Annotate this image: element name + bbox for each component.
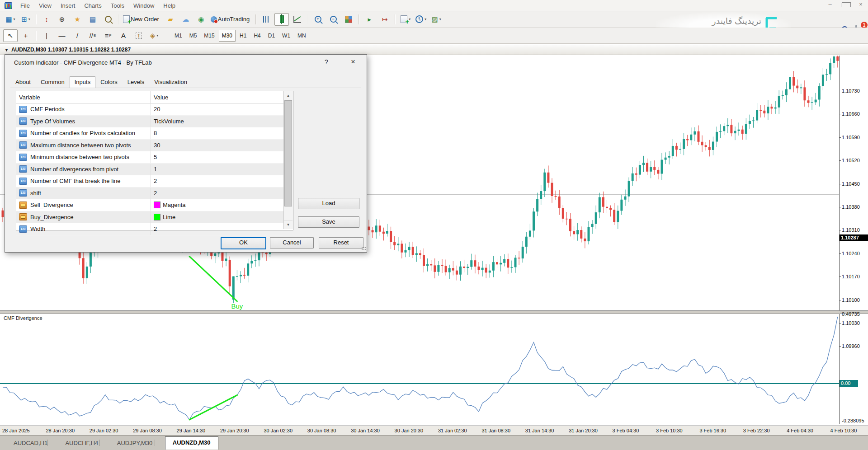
- new-chart-button[interactable]: ▦▾: [3, 13, 18, 26]
- dialog-tab-visualization[interactable]: Visualization: [149, 76, 192, 88]
- scroll-down-icon[interactable]: ▾: [284, 220, 292, 229]
- timeframe-h1[interactable]: H1: [236, 30, 250, 42]
- dialog-close-icon[interactable]: ×: [348, 57, 359, 66]
- chart-tab-audnzd-m30[interactable]: AUDNZD,M30: [165, 436, 218, 450]
- navigator-button[interactable]: ⊕: [55, 13, 69, 26]
- table-row[interactable]: 123Width2: [16, 223, 283, 235]
- line-chart-button[interactable]: [290, 13, 304, 26]
- webinar-button[interactable]: ◉: [194, 13, 208, 26]
- restore-button[interactable]: [841, 1, 850, 9]
- market-watch-button[interactable]: ↕: [39, 13, 54, 26]
- favorites-button[interactable]: ★: [70, 13, 85, 26]
- vertical-line-button[interactable]: |: [39, 29, 54, 42]
- crosshair-button[interactable]: +: [19, 29, 33, 42]
- value-cell[interactable]: Lime: [151, 211, 283, 223]
- value-cell[interactable]: TickVolume: [151, 116, 283, 127]
- tile-windows-button[interactable]: [341, 13, 356, 26]
- zoom-out-button[interactable]: −: [326, 13, 340, 26]
- value-cell[interactable]: 2: [151, 175, 283, 187]
- table-row[interactable]: 123Type Of VolumesTickVolume: [16, 116, 283, 128]
- strategy-tester-button[interactable]: [101, 13, 115, 26]
- text-button[interactable]: A: [116, 29, 131, 42]
- scroll-up-icon[interactable]: ▴: [284, 91, 292, 100]
- value-cell[interactable]: 5: [151, 151, 283, 163]
- table-row[interactable]: Buy_DivergenceLime: [16, 211, 283, 224]
- arrows-button[interactable]: ◈▾: [147, 29, 161, 42]
- dialog-tab-colors[interactable]: Colors: [95, 76, 123, 88]
- fibonacci-button[interactable]: ≡F: [101, 29, 115, 42]
- dialog-help-button[interactable]: ?: [321, 58, 331, 66]
- table-row[interactable]: 123Number of divergences from pivot1: [16, 164, 283, 176]
- metaeditor-button[interactable]: ▰: [163, 13, 178, 26]
- periods-button[interactable]: ▾: [414, 13, 428, 26]
- equidistant-channel-button[interactable]: //E: [85, 29, 100, 42]
- value-cell[interactable]: 2: [151, 188, 283, 199]
- load-button[interactable]: Load: [298, 198, 359, 209]
- timeframe-m5[interactable]: M5: [186, 30, 200, 42]
- candlestick-chart-button[interactable]: [274, 13, 289, 26]
- cloud-button[interactable]: ☁: [179, 13, 193, 26]
- minimize-button[interactable]: –: [826, 1, 835, 9]
- timeframe-m30[interactable]: M30: [219, 30, 236, 42]
- cancel-button[interactable]: Cancel: [270, 237, 314, 248]
- timeframe-mn[interactable]: MN: [294, 30, 309, 42]
- table-row[interactable]: 123Number of candles for Pivots calculat…: [16, 127, 283, 140]
- trendline-button[interactable]: /: [70, 29, 85, 42]
- menu-tools[interactable]: Tools: [106, 2, 129, 9]
- new-order-button[interactable]: New Order: [122, 13, 162, 26]
- profiles-button[interactable]: ⊞▾: [19, 13, 33, 26]
- templates-button[interactable]: ▨▾: [429, 13, 443, 26]
- text-label-button[interactable]: T: [132, 29, 146, 42]
- value-cell[interactable]: 1: [151, 164, 283, 175]
- indicators-button[interactable]: ▾: [398, 13, 413, 26]
- chart-tab-audjpy-m30[interactable]: AUDJPY,M30: [110, 438, 160, 448]
- table-scrollbar[interactable]: ▴ ▾: [283, 91, 293, 229]
- panel-splitter[interactable]: [0, 310, 868, 314]
- menu-file[interactable]: File: [16, 2, 34, 9]
- menu-window[interactable]: Window: [129, 2, 159, 9]
- value-cell[interactable]: 30: [151, 140, 283, 151]
- ok-button[interactable]: OK: [221, 237, 266, 249]
- save-button[interactable]: Save: [298, 216, 359, 228]
- table-row[interactable]: 123shift2: [16, 188, 283, 200]
- close-button[interactable]: ×: [856, 1, 865, 9]
- timeframe-m1[interactable]: M1: [171, 30, 185, 42]
- value-cell[interactable]: 8: [151, 127, 283, 139]
- menu-help[interactable]: Help: [159, 2, 180, 9]
- zoom-in-button[interactable]: +: [311, 13, 325, 26]
- chart-shift-button[interactable]: ↦: [377, 13, 392, 26]
- timeframe-d1[interactable]: D1: [265, 30, 278, 42]
- buy-signal-label: Buy: [231, 302, 243, 310]
- dialog-tab-levels[interactable]: Levels: [123, 76, 150, 88]
- chart-collapse-icon[interactable]: ▼: [5, 48, 9, 52]
- autotrading-button[interactable]: AutoTrading: [209, 13, 253, 26]
- value-cell[interactable]: Magenta: [151, 199, 283, 211]
- dialog-tab-inputs[interactable]: Inputs: [70, 76, 95, 88]
- dialog-tab-common[interactable]: Common: [36, 76, 70, 88]
- terminal-button[interactable]: ▤: [85, 13, 100, 26]
- chart-tab-audchf-h4[interactable]: AUDCHF,H4: [58, 438, 105, 448]
- variable-name: Buy_Divergence: [30, 214, 73, 220]
- horizontal-line-button[interactable]: —: [55, 29, 69, 42]
- menu-view[interactable]: View: [34, 2, 56, 9]
- table-row[interactable]: 123Number of CMF that break the line2: [16, 175, 283, 188]
- timeframe-w1[interactable]: W1: [279, 30, 293, 42]
- table-row[interactable]: 123CMF Periods20: [16, 103, 283, 116]
- value-cell[interactable]: 2: [151, 223, 283, 235]
- cursor-button[interactable]: ↖: [3, 29, 18, 42]
- resize-grip[interactable]: [361, 247, 366, 251]
- table-row[interactable]: 123Maximum distance between two pivots30: [16, 140, 283, 152]
- time-tick-label: 3 Feb 22:30: [743, 428, 770, 433]
- table-row[interactable]: 123Minimum distance between two pivots5: [16, 151, 283, 164]
- menu-insert[interactable]: Insert: [56, 2, 80, 9]
- value-cell[interactable]: 20: [151, 103, 283, 115]
- scrollbar-thumb[interactable]: [284, 100, 292, 206]
- table-row[interactable]: Sell_DivergenceMagenta: [16, 199, 283, 211]
- timeframe-m15[interactable]: M15: [201, 30, 217, 42]
- dialog-tab-about[interactable]: About: [10, 76, 36, 88]
- bar-chart-button[interactable]: [259, 13, 274, 26]
- menu-charts[interactable]: Charts: [80, 2, 106, 9]
- reset-button[interactable]: Reset: [319, 237, 363, 248]
- auto-scroll-button[interactable]: ▸: [362, 13, 377, 26]
- timeframe-h4[interactable]: H4: [250, 30, 264, 42]
